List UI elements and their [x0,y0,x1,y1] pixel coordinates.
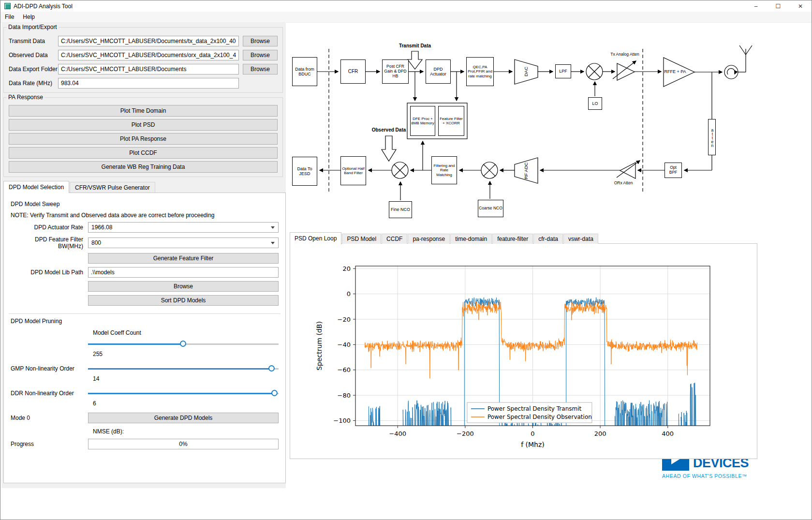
dpd-model-lib-path-label: DPD Model Lib Path [11,269,88,276]
tab-cfr-vswr-pulse-generator[interactable]: CFR/VSWR Pulse Generator [70,182,155,193]
menu-help[interactable]: Help [18,12,39,22]
plot-tab-psd-model[interactable]: PSD Model [342,234,381,244]
block-dpd-actuator: DPD Actuator [426,59,451,84]
menu-bar: FileHelp [0,12,812,23]
verify-note: NOTE: Verify Transmit and Observed data … [11,212,279,219]
svg-text:−400: −400 [389,430,406,437]
block-half-band-filter: Optional Half Band Filter [340,156,366,185]
svg-text:−80: −80 [338,392,351,399]
antenna-icon [739,45,752,62]
transmit-data-label: Transmit Data [388,42,442,49]
export-folder-label: Data Export Folder [9,66,58,73]
block-post-cfr: Post CFR Gain & DPD HB [382,59,409,84]
mode-label: Mode 0 [11,415,88,421]
plot-tab-ccdf[interactable]: CCDF [382,234,407,244]
observed-data-input[interactable] [58,50,239,60]
svg-text:200: 200 [594,430,606,437]
plot-tab-bar: PSD Open LoopPSD ModelCCDFpa-responsetim… [290,232,599,244]
plot-tab-pa-response[interactable]: pa-response [408,234,450,244]
data-rate-input[interactable] [58,78,239,89]
export-browse-button[interactable]: Browse [243,64,278,74]
svg-text:Spectrum (dB): Spectrum (dB) [315,321,323,371]
plot-psd-button[interactable]: Plot PSD [9,119,278,131]
svg-text:0: 0 [531,430,534,437]
orx-atten-label: ORx Atten [610,180,637,187]
dpd-model-lib-path-input[interactable] [88,267,279,278]
plot-pa-response-button[interactable]: Plot PA Response [9,133,278,145]
svg-text:400: 400 [662,430,674,437]
circulator-icon [724,65,738,79]
data-import-export-group: Data Import/Export Transmit Data Browse … [3,24,283,93]
svg-text:−200: −200 [457,430,474,437]
gmp-order-label: GMP Non-linearity Order [11,365,88,372]
data-rate-row: Data Rate (MHz) [9,78,278,89]
ddr-order-slider[interactable] [88,389,279,398]
dpd-feature-filter-bw-label: DPD Feature Filter BW(MHz) [11,236,88,250]
lib-path-browse-button[interactable]: Browse [88,281,279,292]
dpd-actuator-rate-value: 1966.08 [91,224,112,231]
plot-ccdf-button[interactable]: Plot CCDF [9,147,278,159]
block-cfr: CFR [340,59,366,84]
slider-handle[interactable] [180,341,186,347]
block-opt-bpf: Opt BPF [664,163,682,178]
control-panel: Data Import/Export Transmit Data Browse … [1,23,286,488]
slider-handle[interactable] [271,390,278,396]
dpd-actuator-rate-label: DPD Actuator Rate [11,224,88,231]
window-title: ADI-DPD Analysis Tool [14,3,73,10]
sort-dpd-models-button[interactable]: Sort DPD Models [88,295,279,306]
tx-analog-atten-icon [617,63,635,80]
plot-tab-cfr-data[interactable]: cfr-data [533,234,563,244]
psd-plot: −400−2000200400200−20−40−60−80−100f (Mhz… [290,244,753,458]
title-bar: ADI-DPD Analysis Tool – ☐ ✕ [0,0,812,12]
slider-handle[interactable] [268,365,275,371]
psd-open-loop-pane: −400−2000200400200−20−40−60−80−100f (Mhz… [290,243,757,459]
plot-time-domain-button[interactable]: Plot Time Domain [9,105,278,117]
tab-dpd-model-selection[interactable]: DPD Model Selection [3,181,69,193]
gmp-order-slider[interactable] [88,364,279,373]
block-qec: QEC,PA Prot,PFIR and rate matching [466,57,494,86]
svg-text:20: 20 [342,265,351,272]
svg-text:0: 0 [347,290,351,297]
tx-analog-atten-label: Tx Analog Atten [608,48,642,61]
plot-tab-feature-filter[interactable]: feature-filter [492,234,533,244]
orx-atten-icon [620,163,635,178]
observed-data-arrow-icon [382,136,396,161]
transmit-browse-button[interactable]: Browse [243,36,278,46]
transmit-data-input[interactable] [58,36,239,46]
generate-dpd-models-button[interactable]: Generate DPD Models [88,413,279,423]
svg-text:Power Spectral Density Observa: Power Spectral Density Observation [487,414,592,420]
ddr-order-value: 6 [93,400,279,407]
dpd-model-selection-pane: DPD Model Sweep NOTE: Verify Transmit an… [3,193,286,483]
menu-file[interactable]: File [0,12,18,22]
model-coeff-count-value: 255 [93,351,279,357]
observed-browse-button[interactable]: Browse [243,50,278,60]
dpd-feature-filter-bw-select[interactable]: 800 [88,238,279,248]
observed-data-label: Observed Data [9,52,58,59]
logo-tagline: AHEAD OF WHAT'S POSSIBLE™ [662,473,768,479]
dpd-model-sweep-title: DPD Model Sweep [11,201,279,208]
app-icon [4,3,11,9]
close-button[interactable]: ✕ [789,0,812,12]
generate-feature-filter-button[interactable]: Generate Feature Filter [88,253,279,264]
group-label: Data Import/Export [7,24,59,30]
generate-wb-reg-training-data-button[interactable]: Generate WB Reg Training Data [9,161,278,173]
minimize-button[interactable]: – [745,0,767,12]
maximize-button[interactable]: ☐ [767,0,789,12]
dpd-model-pruning-title: DPD Model Pruning [11,318,279,325]
model-coeff-count-slider[interactable] [88,340,279,348]
diagram-connectors: DAC RF ADC [290,24,756,233]
plot-tab-vswr-data[interactable]: vswr-data [563,234,598,244]
export-folder-row: Data Export Folder Browse [9,64,278,74]
rf-adc-label: RF ADC [523,162,529,179]
svg-text:Power Spectral Density Transmi: Power Spectral Density Transmit [487,405,582,412]
data-rate-label: Data Rate (MHz) [9,80,58,87]
export-folder-input[interactable] [58,64,239,74]
svg-text:−100: −100 [333,417,351,424]
plot-tab-psd-open-loop[interactable]: PSD Open Loop [290,232,341,244]
svg-text:−20: −20 [338,316,351,323]
transmit-data-row: Transmit Data Browse [9,36,278,46]
progress-bar: 0% [88,439,279,449]
dpd-actuator-rate-select[interactable]: 1966.08 [88,222,279,233]
plot-tab-time-domain[interactable]: time-domain [450,234,492,244]
left-tab-bar: DPD Model Selection CFR/VSWR Pulse Gener… [3,180,286,193]
